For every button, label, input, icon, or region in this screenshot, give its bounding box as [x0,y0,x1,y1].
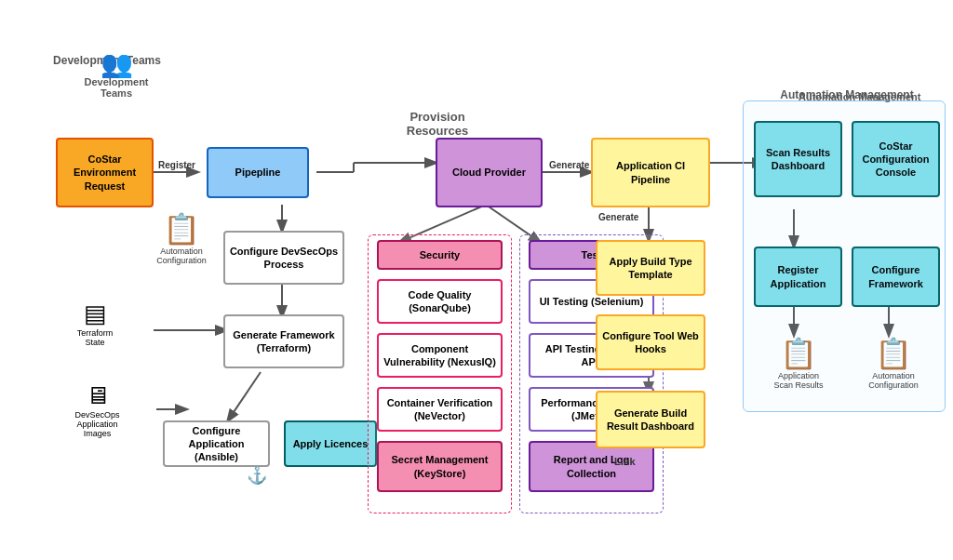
register-label: Register [158,160,195,170]
devsecops-images-icon: 🖥 DevSecOpsApplicationImages [58,381,137,437]
apply-build-type-box: Apply Build Type Template [596,240,705,296]
container-verif-box: Container Verification (NeVector) [377,387,503,432]
code-quality-box: Code Quality (SonarQube) [377,279,503,324]
terraform-state-icon: ▤ TerraformState [58,298,132,349]
apply-licences-box: Apply Licences [284,420,377,467]
automation-mgmt-label: Automation Management [799,91,920,102]
configure-webhooks-box: Configure Tool Web Hooks [596,314,705,370]
app-ci-pipeline-box: Application CI Pipeline [591,138,710,207]
generate2-label: Generate [598,212,638,222]
generate-framework-box: Generate Framework (Terraform) [223,314,344,368]
ansible-icon: ⚓ [247,465,267,486]
component-vuln-box: Component Vulnerability (NexusIQ) [377,333,503,378]
provision-label: ProvisionResources [363,110,512,138]
generate-build-dash-box: Generate Build Result Dashboard [596,391,705,448]
pipeline-box: Pipepline [207,147,309,198]
dev-teams-text: DevelopmentTeams [60,76,172,99]
automation-config-icon-top: 📋 AutomationConfiguration [154,212,209,263]
diagram: Development Teams ProvisionResources Aut… [0,0,953,560]
configure-app-box: Configure Application (Ansible) [163,420,270,467]
costar-env-box: CoStar Environment Request [56,138,154,207]
configure-devsecops-box: Configure DevSecOps Process [223,231,344,285]
automation-mgmt-group [743,100,946,412]
generate1-label: Generate [549,160,589,170]
link-label: Link [614,456,636,467]
cloud-provider-box: Cloud Provider [436,138,543,207]
security-header-box: Security [377,240,503,270]
secret-mgmt-box: Secret Management (KeyStore) [377,441,503,492]
svg-line-10 [228,372,261,420]
